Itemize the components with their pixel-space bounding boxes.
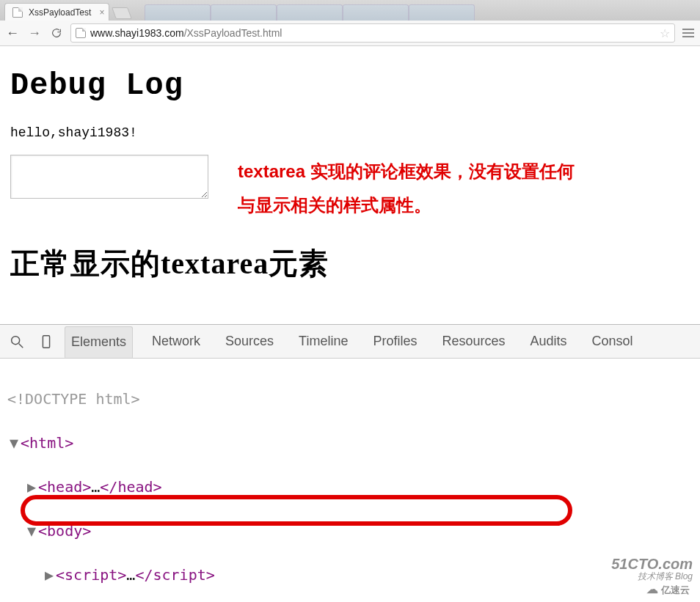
expand-arrow-icon[interactable]: ▼: [25, 520, 38, 542]
page-content: Debug Log hello,shayi1983! textarea 实现的评…: [0, 46, 700, 293]
url-host: www.shayi1983.com: [90, 27, 184, 39]
url-path: /XssPayloadTest.html: [184, 27, 282, 39]
second-heading: 正常显示的textarea元素: [10, 243, 690, 284]
tab-elements[interactable]: Elements: [65, 326, 133, 358]
cloud-icon: ☁: [646, 583, 658, 595]
address-bar[interactable]: www.shayi1983.com/XssPayloadTest.html ☆: [70, 23, 675, 43]
browser-toolbar: ← → www.shayi1983.com/XssPayloadTest.htm…: [0, 21, 700, 45]
svg-point-0: [12, 336, 20, 344]
expand-arrow-icon[interactable]: ▶: [25, 476, 38, 498]
watermark-line-1: 51CTO.com: [611, 556, 693, 572]
expand-arrow-icon[interactable]: ▼: [7, 432, 21, 454]
tab-network[interactable]: Network: [146, 326, 206, 357]
reload-button[interactable]: [48, 25, 65, 41]
background-tab[interactable]: [343, 4, 409, 21]
comment-textarea[interactable]: [10, 155, 208, 199]
devtools-tabs: Elements Network Sources Timeline Profil…: [65, 326, 639, 357]
dom-script[interactable]: ▶<script>…</script>: [7, 564, 696, 586]
tab-strip: XssPayloadTest ×: [0, 0, 700, 21]
annotation-line-1: textarea 实现的评论框效果，没有设置任何: [238, 161, 575, 181]
dom-head[interactable]: ▶<head>…</head>: [7, 476, 696, 498]
browser-tab-active[interactable]: XssPayloadTest ×: [4, 3, 109, 21]
tab-console[interactable]: Consol: [586, 326, 639, 357]
background-tab[interactable]: [145, 4, 211, 21]
dom-doctype[interactable]: <!DOCTYPE html>: [7, 388, 696, 410]
page-title: Debug Log: [10, 68, 690, 103]
device-mode-icon[interactable]: [35, 331, 57, 353]
background-tabs: [145, 4, 475, 21]
close-icon[interactable]: ×: [99, 7, 104, 18]
expand-arrow-icon[interactable]: ▶: [43, 564, 56, 586]
dom-body-open[interactable]: ▼<body>: [7, 520, 696, 542]
tab-sources[interactable]: Sources: [219, 326, 280, 357]
reload-icon: [51, 27, 62, 39]
back-button[interactable]: ←: [4, 25, 21, 41]
background-tab[interactable]: [211, 4, 277, 21]
annotation-text: textarea 实现的评论框效果，没有设置任何 与显示相关的样式属性。: [238, 155, 575, 221]
page-icon: [76, 28, 86, 38]
forward-button[interactable]: →: [26, 25, 43, 41]
watermark-line-2: 技术博客 Blog: [611, 572, 693, 581]
watermark-line-3: ☁ 亿速云: [611, 581, 693, 598]
tab-title: XssPayloadTest: [29, 7, 91, 18]
new-tab-button[interactable]: [112, 7, 132, 19]
annotation-line-2: 与显示相关的样式属性。: [238, 195, 431, 215]
dom-tree[interactable]: <!DOCTYPE html> ▼<html> ▶<head>…</head> …: [0, 359, 700, 602]
background-tab[interactable]: [409, 4, 475, 21]
background-tab[interactable]: [277, 4, 343, 21]
watermark: 51CTO.com 技术博客 Blog ☁ 亿速云: [611, 556, 693, 598]
inspect-icon[interactable]: [6, 331, 28, 353]
tab-timeline[interactable]: Timeline: [293, 326, 354, 357]
devtools-toolbar: Elements Network Sources Timeline Profil…: [0, 325, 700, 359]
bookmark-icon[interactable]: ☆: [660, 26, 670, 40]
file-icon: [12, 7, 23, 18]
dom-html-open[interactable]: ▼<html>: [7, 432, 696, 454]
hello-text: hello,shayi1983!: [10, 125, 690, 140]
chrome-menu-button[interactable]: [681, 29, 696, 37]
tab-resources[interactable]: Resources: [437, 326, 511, 357]
tab-audits[interactable]: Audits: [525, 326, 573, 357]
browser-chrome: XssPayloadTest × ← → www.shayi1983.com/X…: [0, 0, 700, 46]
devtools-panel: Elements Network Sources Timeline Profil…: [0, 324, 700, 602]
svg-line-1: [19, 343, 23, 348]
tab-profiles[interactable]: Profiles: [367, 326, 423, 357]
svg-rect-2: [43, 335, 49, 348]
